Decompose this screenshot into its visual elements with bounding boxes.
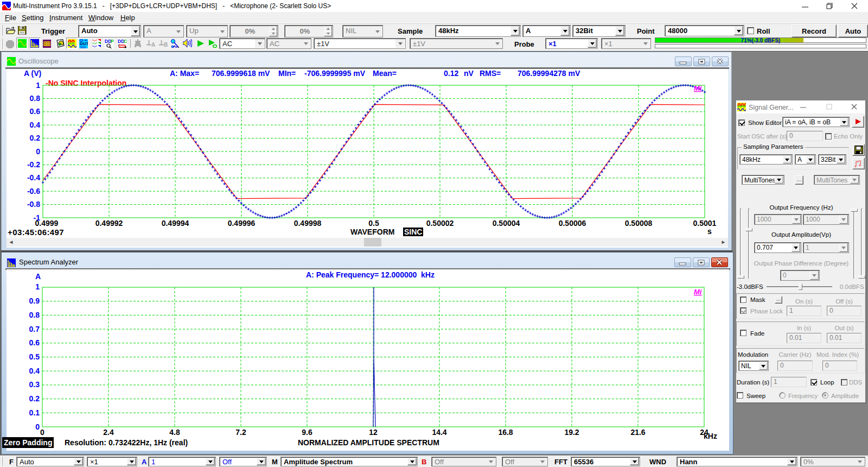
svg-text:P: P bbox=[111, 39, 114, 44]
svg-text:A: A bbox=[151, 42, 155, 47]
svg-text:C: C bbox=[124, 39, 127, 44]
svg-text:Mi: Mi bbox=[694, 84, 702, 92]
svg-text:888: 888 bbox=[43, 40, 51, 48]
svg-text:B: B bbox=[164, 42, 168, 47]
svg-text:000: 000 bbox=[80, 46, 86, 49]
svg-text:Mi: Mi bbox=[694, 288, 702, 296]
